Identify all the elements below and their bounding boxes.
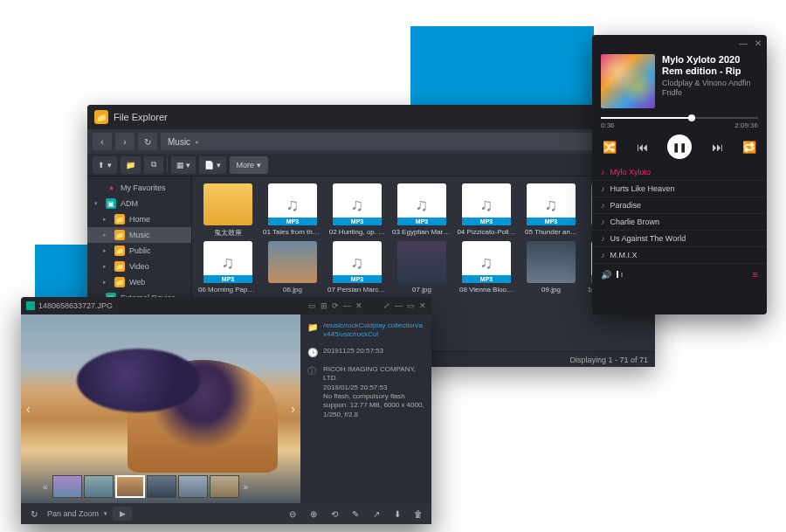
sync-button[interactable]: ↻ xyxy=(26,507,42,521)
sidebar-adm[interactable]: ▾▣ADM xyxy=(87,196,191,211)
thumbnail[interactable] xyxy=(147,475,176,498)
file-label: 鬼太鼓座 xyxy=(198,228,258,238)
music-player-window: — ✕ Mylo Xyloto 2020 Rem edition - Rip C… xyxy=(592,35,767,314)
tool-button[interactable]: — xyxy=(343,301,351,310)
chevron-right-icon: ▸ xyxy=(196,138,199,146)
tool-button[interactable]: ⟳ xyxy=(332,301,339,310)
thumbnail[interactable] xyxy=(210,475,239,498)
thumbnail[interactable] xyxy=(115,475,145,498)
file-item[interactable]: ♫MP305 Thunder an… xyxy=(520,183,583,238)
file-item[interactable]: ♫MP303 Egyptian Marc… xyxy=(390,183,453,238)
file-label: 04 Pizzicato-Poll… xyxy=(457,228,516,236)
info-camera: ⓘRICOH IMAGING COMPANY, LTD.2018/01/25 2… xyxy=(307,365,424,419)
prev-button[interactable]: ⏮ xyxy=(637,141,648,154)
file-item[interactable]: ♫MP301 Tales from the… xyxy=(261,183,324,238)
next-button[interactable]: ⏭ xyxy=(712,141,723,154)
file-item[interactable]: ♫MP307 Persian March… xyxy=(326,241,389,294)
sidebar-video[interactable]: ▸📁Video xyxy=(87,259,191,274)
tool-share[interactable]: ↗ xyxy=(369,507,384,521)
sort-button[interactable]: 📄 ▾ xyxy=(199,156,226,174)
thumbnail[interactable] xyxy=(84,475,114,498)
sidebar-public[interactable]: ▸📁Public xyxy=(87,243,191,259)
now-playing: Mylo Xyloto 2020 Rem edition - Rip Clodp… xyxy=(592,51,767,115)
dropdown-icon[interactable]: ▾ xyxy=(104,510,107,517)
thumbnail[interactable] xyxy=(178,475,208,498)
pan-zoom-label: Pan and Zoom xyxy=(47,509,99,518)
playlist-track[interactable]: ♪Charlie Brown xyxy=(592,214,767,231)
playlist-track[interactable]: ♪M.M.I.X xyxy=(592,247,767,264)
progress-section: 0:36 2:09:36 xyxy=(592,117,767,129)
more-button[interactable]: More ▾ xyxy=(230,156,269,174)
file-label: 09.jpg xyxy=(521,286,581,294)
playlist-track[interactable]: ♪Hurts Like Heaven xyxy=(592,181,767,197)
file-item[interactable]: 鬼太鼓座 xyxy=(196,183,259,238)
forward-button[interactable]: › xyxy=(115,133,134,150)
tool-download[interactable]: ⬇ xyxy=(390,507,405,521)
playlist-icon[interactable]: ≡ xyxy=(753,269,758,280)
prev-image-button[interactable]: ‹ xyxy=(26,402,31,416)
close-button[interactable]: ✕ xyxy=(755,38,762,48)
tool-edit[interactable]: ✎ xyxy=(348,507,363,521)
file-item[interactable]: ♫MP302 Hunting, op. … xyxy=(326,183,389,238)
upload-button[interactable]: ⬆ ▾ xyxy=(93,156,117,174)
app-icon: 📁 xyxy=(94,110,108,124)
volume-icon[interactable]: 🔊 xyxy=(601,270,611,280)
status-text: Displaying 1 - 71 of 71 xyxy=(569,356,648,364)
tool-button[interactable]: ✕ xyxy=(355,301,362,310)
tool-delete[interactable]: 🗑 xyxy=(410,507,426,521)
slideshow-button[interactable]: ▶ xyxy=(113,507,132,521)
sidebar-home[interactable]: ▸📁Home xyxy=(87,211,191,227)
file-label: 05 Thunder an… xyxy=(521,228,581,236)
copy-button[interactable]: ⧉ xyxy=(144,156,163,174)
back-button[interactable]: ‹ xyxy=(93,133,112,150)
nav-bar: ‹ › ↻ Music ▸ 🔍 ☰ xyxy=(87,129,655,154)
tool-button[interactable]: ⤢ xyxy=(383,301,390,310)
file-item[interactable]: 09.jpg xyxy=(520,241,583,294)
close-button[interactable]: ✕ xyxy=(419,301,426,310)
track-title: Mylo Xyloto 2020 Rem edition - Rip xyxy=(662,54,758,77)
maximize-button[interactable]: ▭ xyxy=(407,301,415,310)
sidebar-web[interactable]: ▸📁Web xyxy=(87,274,191,290)
image-canvas[interactable]: ‹ › « » xyxy=(21,314,300,503)
view-button[interactable]: ▦ ▾ xyxy=(171,156,196,174)
tool-button[interactable]: ▭ xyxy=(308,301,316,310)
file-item[interactable]: ♫MP304 Pizzicato-Poll… xyxy=(455,183,518,238)
strip-prev-button[interactable]: « xyxy=(40,482,51,492)
time-current: 0:36 xyxy=(601,121,615,129)
titlebar: 1480658633727.JPG ▭ ⊞ ⟳ — ✕ ⤢ — ▭ ✕ xyxy=(21,297,431,314)
toolbar: ⬆ ▾ 📁 ⧉ ▦ ▾ 📄 ▾ More ▾ ⚙ xyxy=(87,154,655,176)
refresh-button[interactable]: ↻ xyxy=(138,133,157,150)
breadcrumb-item: Music xyxy=(168,137,190,147)
tool-rotate[interactable]: ⟲ xyxy=(327,507,342,521)
sidebar-favorites[interactable]: ★My Favorites xyxy=(87,180,191,196)
file-item[interactable]: ♫MP308 Vienna Bloo… xyxy=(455,241,518,294)
strip-next-button[interactable]: » xyxy=(241,482,252,492)
thumbnail[interactable] xyxy=(52,475,82,498)
tool-zoom-in[interactable]: ⊕ xyxy=(306,507,321,521)
track-artist: Clodplay & Vinono Andfin Fndfe xyxy=(662,79,758,98)
playlist-track[interactable]: ♪Paradise xyxy=(592,197,767,214)
minimize-button[interactable]: — xyxy=(739,38,748,48)
file-item[interactable]: 07.jpg xyxy=(390,241,453,294)
playlist: ♪Mylo Xyloto♪Hurts Like Heaven♪Paradise♪… xyxy=(592,164,767,264)
repeat-button[interactable]: 🔁 xyxy=(742,141,756,154)
playlist-track[interactable]: ♪Us Against The World xyxy=(592,231,767,247)
tool-button[interactable]: ⊞ xyxy=(321,301,328,310)
volume-slider[interactable] xyxy=(617,271,623,278)
file-label: 07 Persian March… xyxy=(328,286,387,294)
minimize-button[interactable]: — xyxy=(395,301,403,310)
tool-zoom-out[interactable]: ⊖ xyxy=(285,507,300,521)
breadcrumb[interactable]: Music ▸ xyxy=(161,133,604,150)
file-item[interactable]: ♫MP306 Morning Pape… xyxy=(196,241,259,294)
sidebar-music[interactable]: ▸📁Music xyxy=(87,227,191,243)
shuffle-button[interactable]: 🔀 xyxy=(603,141,617,154)
new-folder-button[interactable]: 📁 xyxy=(121,156,141,174)
file-item[interactable]: 06.jpg xyxy=(261,241,324,294)
playlist-track[interactable]: ♪Mylo Xyloto xyxy=(592,164,767,181)
next-image-button[interactable]: › xyxy=(291,402,295,416)
file-label: 03 Egyptian Marc… xyxy=(392,228,452,236)
pause-button[interactable]: ❚❚ xyxy=(667,135,692,159)
time-total: 2:09:36 xyxy=(734,121,758,129)
image-viewer-window: 1480658633727.JPG ▭ ⊞ ⟳ — ✕ ⤢ — ▭ ✕ ‹ › … xyxy=(21,297,431,524)
progress-bar[interactable] xyxy=(601,117,758,119)
